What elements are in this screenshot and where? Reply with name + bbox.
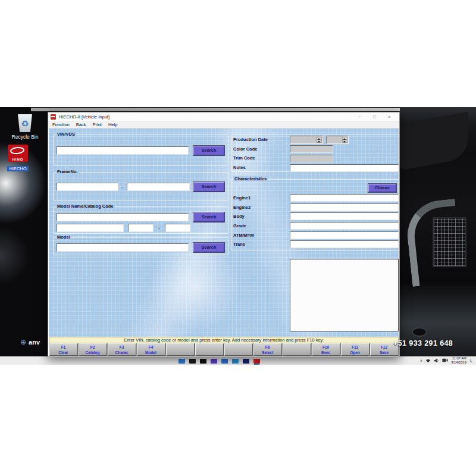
- vin-label: VIN/VDS: [56, 131, 76, 137]
- charac-button[interactable]: Charac: [368, 184, 396, 192]
- model-catalog-separator: -: [158, 225, 160, 230]
- watermark-left: ⊕ anv: [20, 338, 40, 346]
- status-bar: Enter VIN, catalog code or model and pre…: [49, 337, 399, 343]
- taskbar: ∧ 11:07 AM 3/14/2019 ☾: [0, 356, 476, 365]
- camera-icon[interactable]: [442, 358, 448, 362]
- taskbar-app-icon-7[interactable]: [243, 359, 249, 364]
- model-catalog-label: Model Name/Catalog Code: [56, 203, 115, 209]
- menu-back[interactable]: Back: [76, 122, 86, 127]
- model-input[interactable]: [57, 243, 189, 252]
- taskbar-app-icon-8[interactable]: [253, 359, 260, 364]
- frameno-label: FrameNo.: [56, 169, 79, 174]
- color-code-label: Color Code: [233, 146, 257, 152]
- app-icon: [51, 114, 56, 120]
- desktop-icon-hiecho[interactable]: HINO HIECHO: [2, 145, 33, 173]
- charac-label-engine1: Engine1: [233, 195, 250, 201]
- frameno-input-2[interactable]: [127, 183, 190, 191]
- trim-code-label: Trim Code: [233, 155, 255, 161]
- fn-button-f8[interactable]: F8Select: [253, 343, 282, 356]
- charac-input-trans[interactable]: [290, 240, 399, 248]
- model-catalog-sub-input-3[interactable]: [165, 224, 190, 232]
- clock-time: 11:07 AM: [451, 356, 466, 361]
- maximize-button[interactable]: □: [367, 114, 382, 120]
- desktop-icon-recycle-bin[interactable]: ♻ Recycle Bin: [0, 114, 50, 140]
- tray-chevron-icon[interactable]: ∧: [420, 358, 422, 362]
- fn-button-f4[interactable]: F4Model: [137, 343, 165, 356]
- close-button[interactable]: ×: [382, 114, 397, 120]
- menu-function[interactable]: Function: [52, 122, 70, 127]
- fn-button-blank-7[interactable]: [224, 343, 253, 356]
- charac-label-grade: Grade: [233, 223, 246, 228]
- taskbar-app-icon-4[interactable]: [211, 359, 217, 364]
- menu-bar: FunctionBackPrintHelp: [48, 121, 399, 129]
- screenshot-canvas: ♻ Recycle Bin HINO HIECHO ⊕ anv +51 933 …: [0, 0, 476, 476]
- charac-input-grade[interactable]: [290, 222, 399, 230]
- notes-input[interactable]: [290, 164, 399, 172]
- charac-input-body[interactable]: [290, 212, 399, 220]
- minimize-button[interactable]: −: [352, 114, 367, 120]
- taskbar-app-icon-2[interactable]: [189, 359, 196, 364]
- background-window-edge: [31, 108, 400, 111]
- vehicle-image-box: [290, 259, 399, 331]
- charac-input-engine2[interactable]: [290, 203, 399, 211]
- taskbar-app-icon-1[interactable]: [178, 359, 185, 364]
- taskbar-app-icons: [178, 359, 260, 364]
- spin-down-icon[interactable]: [317, 140, 322, 143]
- fn-button-f3[interactable]: F3Charac: [108, 343, 136, 356]
- window-controls: − □ ×: [352, 114, 399, 120]
- fn-button-blank-9[interactable]: [283, 343, 311, 356]
- taskbar-app-icon-6[interactable]: [232, 359, 239, 364]
- fn-button-blank-6[interactable]: [195, 343, 224, 356]
- model-catalog-search-button[interactable]: Search: [193, 212, 224, 222]
- hino-wing-shape: [10, 146, 24, 155]
- menu-help[interactable]: Help: [108, 122, 117, 127]
- speaker-icon[interactable]: [434, 358, 439, 363]
- hino-logo-icon: HINO: [8, 145, 28, 162]
- window-title: HIECHO-II [Vehicle Input]: [59, 114, 109, 120]
- hiecho-icon-label: HIECHO: [7, 166, 28, 171]
- recycle-bin-label: Recycle Bin: [0, 134, 50, 140]
- vin-search-button[interactable]: Search: [193, 146, 224, 155]
- model-catalog-sub-input-1[interactable]: [57, 224, 124, 232]
- trim-code-input: [290, 155, 333, 162]
- charac-input-atm-mtm[interactable]: [290, 231, 399, 239]
- charac-label-atm-mtm: ATM/MTM: [233, 233, 254, 238]
- truck-mirror-shape: [400, 112, 468, 170]
- wifi-icon[interactable]: [425, 358, 431, 363]
- production-date-spinner-2[interactable]: [326, 136, 349, 144]
- model-search-button[interactable]: Search: [193, 243, 224, 252]
- client-area: VIN/VDS Search FrameNo. - Search Model N…: [49, 129, 399, 337]
- taskbar-app-icon-3[interactable]: [200, 359, 206, 364]
- production-date-spinner-1[interactable]: [290, 136, 323, 144]
- charac-label-body: Body: [233, 214, 245, 219]
- truck-headlight: [412, 327, 427, 337]
- hino-logo-text: HINO: [8, 158, 28, 161]
- spin-down-icon[interactable]: [342, 140, 347, 143]
- recycle-bin-icon: ♻: [17, 114, 33, 132]
- charac-label-trans: Trans: [233, 242, 245, 247]
- model-catalog-sub-input-2[interactable]: [128, 224, 154, 232]
- fn-button-f11[interactable]: F11Open: [341, 343, 369, 356]
- function-key-row: F1ClearF2CatalogF3CharacF4ModelF8SelectF…: [49, 343, 399, 356]
- notes-label: Notes: [233, 165, 246, 170]
- truck-wallpaper: [400, 107, 476, 365]
- model-catalog-input[interactable]: [57, 213, 189, 221]
- fn-button-f1[interactable]: F1Clear: [49, 343, 78, 356]
- watermark-phone-number: +51 933 291 648: [393, 339, 453, 347]
- clock[interactable]: 11:07 AM 3/14/2019: [451, 356, 466, 364]
- frameno-input-1[interactable]: [57, 183, 118, 191]
- menu-print[interactable]: Print: [92, 122, 101, 127]
- fn-button-f2[interactable]: F2Catalog: [79, 343, 107, 356]
- clock-date: 3/14/2019: [451, 361, 466, 365]
- vin-input[interactable]: [57, 146, 189, 155]
- taskbar-app-icon-5[interactable]: [221, 359, 228, 364]
- system-tray: ∧ 11:07 AM 3/14/2019 ☾: [420, 355, 474, 365]
- quiet-hours-icon[interactable]: ☾: [468, 356, 475, 364]
- frameno-search-button[interactable]: Search: [193, 182, 224, 192]
- fn-button-f10[interactable]: F10Exec: [312, 343, 340, 356]
- fn-button-blank-5[interactable]: [166, 343, 195, 356]
- charac-input-engine1[interactable]: [290, 194, 399, 202]
- truck-grille: [433, 217, 466, 267]
- title-bar[interactable]: HIECHO-II [Vehicle Input] − □ ×: [48, 112, 399, 121]
- charac-label-engine2: Engine2: [233, 205, 250, 210]
